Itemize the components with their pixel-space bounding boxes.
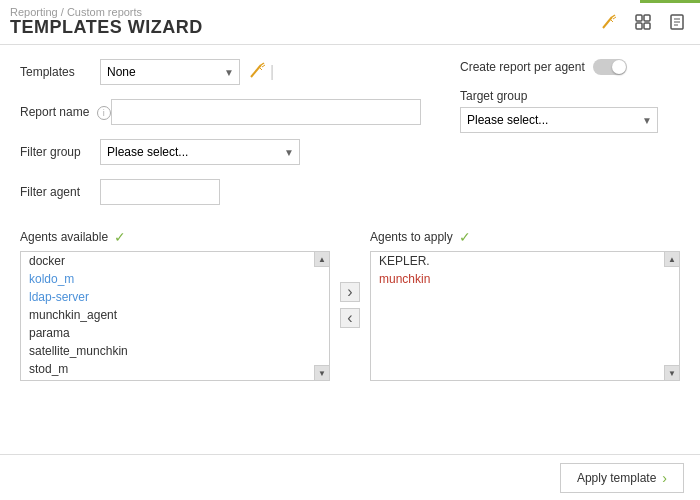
agents-available-header: Agents available ✓ <box>20 229 330 245</box>
svg-line-2 <box>613 17 616 19</box>
doc-icon-button[interactable] <box>664 9 690 35</box>
report-name-row: Report name i <box>20 99 460 125</box>
agents-section: Agents available ✓ docker koldo_m ldap-s… <box>20 229 680 381</box>
apply-template-button[interactable]: Apply template › <box>560 463 684 493</box>
templates-row: Templates None ▼ <box>20 59 460 85</box>
filter-group-label: Filter group <box>20 145 100 159</box>
svg-rect-4 <box>636 15 642 21</box>
create-report-toggle[interactable] <box>593 59 627 75</box>
svg-rect-7 <box>644 23 650 29</box>
filter-agent-label: Filter agent <box>20 185 100 199</box>
create-report-toggle-row: Create report per agent <box>460 59 680 75</box>
target-group-select[interactable]: Please select... <box>460 107 658 133</box>
svg-rect-5 <box>644 15 650 21</box>
agents-to-apply-scroll-up[interactable]: ▲ <box>664 251 680 267</box>
list-item[interactable]: ldap-server <box>21 288 313 306</box>
agents-to-apply-check-icon: ✓ <box>459 229 471 245</box>
agents-to-apply-listbox[interactable]: KEPLER. munchkin <box>370 251 680 381</box>
right-panel: Create report per agent Target group Ple… <box>460 59 680 219</box>
agents-available-check-icon: ✓ <box>114 229 126 245</box>
svg-line-12 <box>251 65 261 77</box>
top-bar: Reporting / Custom reports TEMPLATES WIZ… <box>0 0 700 45</box>
list-item[interactable]: KEPLER. <box>371 252 663 270</box>
svg-line-14 <box>262 65 265 67</box>
toggle-knob <box>612 60 626 74</box>
agents-to-apply-listbox-wrapper: KEPLER. munchkin ▲ ▼ <box>370 251 680 381</box>
svg-line-3 <box>611 20 613 22</box>
agents-to-apply-header: Agents to apply ✓ <box>370 229 680 245</box>
list-item[interactable]: parama <box>21 324 313 342</box>
filter-agent-row: Filter agent <box>20 179 460 205</box>
templates-wand-icon[interactable] <box>248 62 266 83</box>
report-name-input[interactable] <box>111 99 421 125</box>
breadcrumb: Reporting / Custom reports <box>10 6 142 18</box>
svg-line-0 <box>603 17 612 28</box>
agents-to-apply-title: Agents to apply <box>370 230 453 244</box>
svg-line-15 <box>260 68 262 70</box>
templates-label: Templates <box>20 65 100 79</box>
agents-available-listbox-wrapper: docker koldo_m ldap-server munchkin_agen… <box>20 251 330 381</box>
svg-line-13 <box>261 63 264 65</box>
breadcrumb-part1[interactable]: Reporting <box>10 6 58 18</box>
breadcrumb-part2[interactable]: Custom reports <box>67 6 142 18</box>
svg-line-1 <box>612 15 615 17</box>
move-left-button[interactable]: ‹ <box>340 308 360 328</box>
list-item[interactable]: koldo_m <box>21 270 313 288</box>
list-item[interactable]: munchkin <box>371 270 663 288</box>
target-group-section: Target group Please select... ▼ <box>460 89 680 133</box>
wand-icon-button[interactable] <box>596 9 622 35</box>
filter-group-row: Filter group Please select... ▼ <box>20 139 460 165</box>
svg-rect-6 <box>636 23 642 29</box>
filter-group-select[interactable]: Please select... <box>100 139 300 165</box>
page-title: TEMPLATES WIZARD <box>10 17 203 38</box>
bottom-bar: Apply template › <box>0 454 700 500</box>
target-group-select-wrapper: Please select... ▼ <box>460 107 658 133</box>
templates-select[interactable]: None <box>100 59 240 85</box>
target-group-label: Target group <box>460 89 680 103</box>
group-icon-button[interactable] <box>630 9 656 35</box>
list-item[interactable]: docker <box>21 252 313 270</box>
filter-group-select-wrapper: Please select... ▼ <box>100 139 300 165</box>
transfer-arrows: › ‹ <box>330 282 370 328</box>
move-right-button[interactable]: › <box>340 282 360 302</box>
agents-available-listbox[interactable]: docker koldo_m ldap-server munchkin_agen… <box>20 251 330 381</box>
agents-available-title: Agents available <box>20 230 108 244</box>
agents-available-panel: Agents available ✓ docker koldo_m ldap-s… <box>20 229 330 381</box>
filter-agent-input[interactable] <box>100 179 220 205</box>
agents-to-apply-panel: Agents to apply ✓ KEPLER. munchkin ▲ ▼ <box>370 229 680 381</box>
report-name-info-icon[interactable]: i <box>97 106 111 120</box>
list-item[interactable]: stod_m <box>21 360 313 378</box>
apply-template-label: Apply template <box>577 471 656 485</box>
top-icons <box>596 9 690 35</box>
agents-available-scroll-up[interactable]: ▲ <box>314 251 330 267</box>
create-report-label: Create report per agent <box>460 60 585 74</box>
list-item[interactable]: munchkin_agent <box>21 306 313 324</box>
list-item[interactable]: satellite_munchkin <box>21 342 313 360</box>
report-name-label: Report name i <box>20 105 111 120</box>
apply-template-arrow-icon: › <box>662 470 667 486</box>
agents-available-scroll-down[interactable]: ▼ <box>314 365 330 381</box>
agents-to-apply-scroll-down[interactable]: ▼ <box>664 365 680 381</box>
vertical-divider: | <box>270 63 274 81</box>
green-accent-bar <box>640 0 700 3</box>
templates-select-wrapper: None ▼ <box>100 59 240 85</box>
